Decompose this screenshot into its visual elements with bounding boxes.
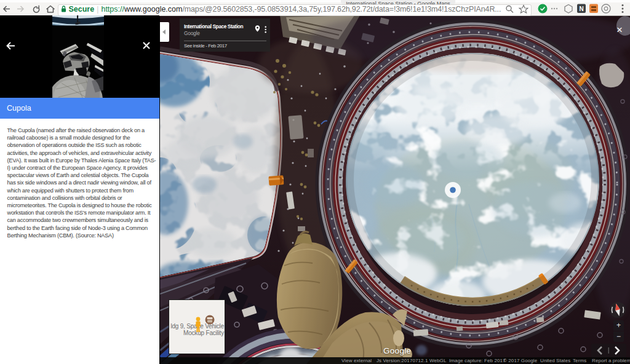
svg-text:N: N [579,6,583,12]
